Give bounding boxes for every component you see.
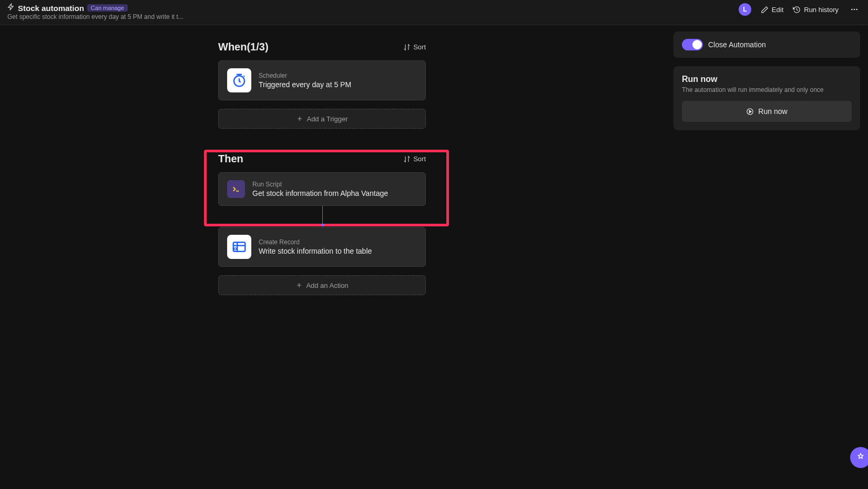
add-trigger-button[interactable]: Add a Trigger bbox=[218, 109, 426, 129]
action1-desc: Get stock information from Alpha Vantage bbox=[252, 189, 388, 197]
then-title: Then bbox=[218, 153, 243, 165]
run-history-button[interactable]: Run history bbox=[793, 6, 839, 14]
run-now-title: Run now bbox=[682, 75, 852, 84]
close-toggle-row: Close Automation bbox=[682, 39, 852, 50]
add-action-button[interactable]: Add an Action bbox=[218, 275, 426, 295]
then-block: Then Sort Run Script Get stock informati… bbox=[218, 150, 426, 295]
action1-text: Run Script Get stock information from Al… bbox=[252, 181, 388, 197]
run-now-button[interactable]: Run now bbox=[682, 101, 852, 122]
action-run-script-card[interactable]: Run Script Get stock information from Al… bbox=[218, 172, 426, 206]
toggle-knob bbox=[692, 40, 702, 49]
when-sort-button[interactable]: Sort bbox=[403, 43, 426, 51]
action2-desc: Write stock information to the table bbox=[259, 247, 372, 255]
run-now-subtitle: The automation will run immediately and … bbox=[682, 86, 852, 93]
automation-title: Stock automation bbox=[18, 4, 84, 13]
run-now-button-label: Run now bbox=[758, 107, 787, 116]
bolt-icon bbox=[7, 3, 15, 13]
title-row: Stock automation Can manage bbox=[7, 3, 183, 13]
permission-badge: Can manage bbox=[87, 4, 128, 12]
body: When(1/3) Sort Scheduler Triggered every… bbox=[0, 25, 868, 489]
svg-point-0 bbox=[851, 9, 853, 11]
action-create-record-card[interactable]: Create Record Write stock information to… bbox=[218, 227, 426, 267]
connector-wrap bbox=[218, 206, 426, 227]
svg-point-1 bbox=[854, 9, 855, 11]
then-sort-label: Sort bbox=[413, 155, 426, 163]
when-title: When(1/3) bbox=[218, 41, 269, 53]
trigger-type: Scheduler bbox=[259, 72, 351, 79]
trigger-scheduler-card[interactable]: Scheduler Triggered every day at 5 PM bbox=[218, 60, 426, 100]
run-now-card: Run now The automation will run immediat… bbox=[673, 66, 860, 130]
trigger-desc: Triggered every day at 5 PM bbox=[259, 80, 351, 89]
avatar[interactable]: L bbox=[739, 3, 751, 16]
add-trigger-label: Add a Trigger bbox=[307, 115, 348, 123]
more-menu-button[interactable] bbox=[848, 5, 861, 14]
add-action-label: Add an Action bbox=[306, 282, 348, 289]
action2-text: Create Record Write stock information to… bbox=[259, 238, 372, 255]
create-record-icon bbox=[227, 235, 251, 259]
header: Stock automation Can manage Get specific… bbox=[0, 0, 868, 25]
header-right: L Edit Run history bbox=[739, 3, 861, 16]
header-left: Stock automation Can manage Get specific… bbox=[7, 3, 183, 20]
trigger-text: Scheduler Triggered every day at 5 PM bbox=[259, 72, 351, 89]
automation-subtitle: Get specific stock information every day… bbox=[7, 13, 183, 20]
then-header: Then Sort bbox=[218, 150, 426, 165]
help-fab[interactable] bbox=[850, 447, 868, 468]
when-header: When(1/3) Sort bbox=[218, 41, 426, 53]
edit-label: Edit bbox=[772, 6, 783, 14]
run-history-label: Run history bbox=[804, 6, 839, 14]
close-automation-toggle[interactable] bbox=[682, 39, 703, 50]
close-automation-label: Close Automation bbox=[708, 40, 766, 49]
svg-point-2 bbox=[856, 9, 857, 11]
scheduler-icon bbox=[227, 68, 251, 92]
close-automation-card: Close Automation bbox=[673, 32, 860, 58]
action2-type: Create Record bbox=[259, 238, 372, 246]
when-sort-label: Sort bbox=[413, 43, 426, 51]
connector-line bbox=[322, 206, 323, 225]
script-icon bbox=[227, 180, 245, 198]
flow-column: When(1/3) Sort Scheduler Triggered every… bbox=[218, 41, 426, 295]
edit-button[interactable]: Edit bbox=[761, 6, 783, 14]
then-sort-button[interactable]: Sort bbox=[403, 155, 426, 163]
action1-type: Run Script bbox=[252, 181, 388, 188]
right-panel: Close Automation Run now The automation … bbox=[673, 32, 860, 130]
